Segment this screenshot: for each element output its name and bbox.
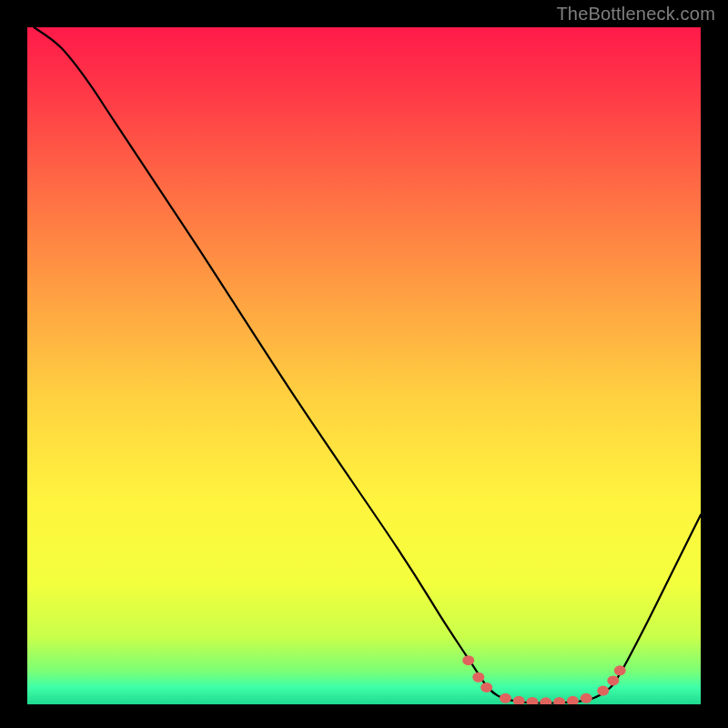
attribution-text: TheBottleneck.com bbox=[556, 4, 715, 25]
svg-point-1 bbox=[462, 655, 474, 665]
svg-point-13 bbox=[614, 665, 626, 675]
svg-point-2 bbox=[472, 672, 484, 682]
svg-point-12 bbox=[607, 675, 619, 685]
svg-point-11 bbox=[597, 686, 609, 696]
svg-rect-0 bbox=[27, 27, 701, 704]
svg-point-4 bbox=[500, 693, 511, 703]
bottleneck-chart bbox=[27, 27, 701, 704]
svg-point-3 bbox=[480, 682, 492, 693]
svg-point-10 bbox=[581, 693, 592, 703]
